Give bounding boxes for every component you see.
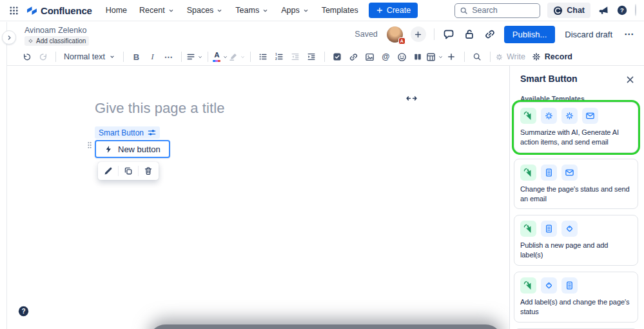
app-switcher-button[interactable] bbox=[6, 3, 21, 17]
delete-block-button[interactable] bbox=[140, 163, 157, 179]
block-drag-handle[interactable] bbox=[87, 141, 92, 149]
plus-icon bbox=[447, 52, 456, 61]
find-replace-button[interactable] bbox=[469, 49, 485, 65]
template-card-summarize-ai[interactable]: Summarize with AI, Generate AI action it… bbox=[514, 102, 638, 153]
alignment-button[interactable] bbox=[186, 49, 203, 65]
template-icons bbox=[520, 221, 632, 237]
breadcrumb-author[interactable]: Avinoam Zelenko bbox=[24, 26, 86, 35]
comment-icon bbox=[443, 28, 454, 40]
add-classification-button[interactable]: Add classification bbox=[24, 36, 89, 46]
smart-button-trigger-icon bbox=[520, 164, 536, 181]
ai-write-button[interactable]: Write bbox=[495, 52, 525, 61]
create-button[interactable]: Create bbox=[369, 3, 418, 18]
divider bbox=[208, 52, 208, 62]
table-button[interactable] bbox=[426, 49, 444, 65]
smart-button-lozenge[interactable]: Smart Button bbox=[95, 126, 160, 139]
smart-button-trigger-icon bbox=[520, 108, 536, 124]
nav-home[interactable]: Home bbox=[106, 6, 127, 15]
smart-button-lozenge-label: Smart Button bbox=[99, 128, 144, 137]
profile-button[interactable] bbox=[635, 5, 636, 16]
restrictions-button[interactable] bbox=[463, 28, 476, 41]
chevron-down-icon bbox=[168, 7, 175, 14]
collaborator-avatar[interactable]: A bbox=[387, 26, 403, 43]
divider bbox=[434, 28, 434, 40]
duplicate-block-button[interactable] bbox=[120, 163, 137, 179]
add-collaborator-button[interactable] bbox=[411, 26, 426, 42]
record-button[interactable]: Record bbox=[532, 52, 572, 61]
bold-button[interactable]: B bbox=[128, 49, 144, 65]
nav-spaces[interactable]: Spaces bbox=[187, 6, 224, 15]
copy-link-button[interactable] bbox=[483, 28, 496, 41]
mention-button[interactable]: @ bbox=[378, 49, 394, 65]
search-icon bbox=[460, 6, 468, 15]
announcements-button[interactable] bbox=[598, 5, 609, 16]
global-search[interactable] bbox=[454, 3, 540, 18]
redo-icon bbox=[39, 52, 48, 61]
highlight-button[interactable] bbox=[229, 49, 246, 65]
undo-button[interactable] bbox=[19, 49, 35, 65]
template-card-label: Add label(s) and change the page's statu… bbox=[520, 297, 632, 317]
sidebar-expand-button[interactable] bbox=[2, 30, 16, 45]
text-color-letter: A bbox=[214, 52, 219, 59]
template-card-status-email[interactable]: Change the page's status and send an ema… bbox=[514, 159, 638, 210]
panel-close-button[interactable] bbox=[624, 74, 636, 85]
redo-button[interactable] bbox=[35, 49, 51, 65]
template-card-label-status[interactable]: Add label(s) and change the page's statu… bbox=[514, 272, 638, 323]
nav-templates[interactable]: Templates bbox=[322, 6, 358, 15]
template-card-publish-label[interactable]: Publish a new page and add label(s) bbox=[514, 215, 638, 266]
layout-button[interactable] bbox=[410, 49, 426, 65]
chat-button[interactable]: Chat bbox=[547, 3, 590, 18]
bullet-list-button[interactable] bbox=[255, 49, 271, 65]
editor-canvas[interactable]: Give this page a title Smart Button New … bbox=[7, 66, 509, 329]
help-fab-button[interactable] bbox=[18, 306, 29, 317]
task-list-button[interactable] bbox=[329, 49, 346, 65]
sliders-icon bbox=[148, 128, 156, 137]
search-input[interactable] bbox=[472, 6, 535, 15]
label-icon bbox=[561, 221, 578, 237]
nav-spaces-label: Spaces bbox=[187, 6, 214, 15]
nav-teams[interactable]: Teams bbox=[235, 6, 269, 15]
saved-status: Saved bbox=[355, 30, 377, 39]
divider bbox=[181, 52, 182, 62]
italic-button[interactable]: I bbox=[144, 49, 161, 65]
nav-recent[interactable]: Recent bbox=[139, 6, 175, 15]
text-color-button[interactable]: A bbox=[213, 49, 229, 65]
drag-dots-icon bbox=[87, 141, 92, 149]
more-formatting-button[interactable]: ⋯ bbox=[161, 49, 177, 65]
new-smart-button[interactable]: New button bbox=[95, 140, 170, 158]
template-card-list: Summarize with AI, Generate AI action it… bbox=[514, 102, 638, 329]
publish-button[interactable]: Publish... bbox=[504, 26, 555, 43]
insert-link-button[interactable] bbox=[346, 49, 362, 65]
text-style-select[interactable]: Normal text bbox=[61, 49, 119, 65]
chevron-down-icon bbox=[302, 7, 309, 14]
insert-more-button[interactable] bbox=[444, 49, 460, 65]
help-button[interactable] bbox=[616, 5, 628, 16]
insert-image-button[interactable] bbox=[362, 49, 378, 65]
chevron-down-icon bbox=[438, 54, 444, 60]
page-status-icon bbox=[541, 221, 557, 237]
nav-apps-label: Apps bbox=[281, 6, 300, 15]
topbar-right-cluster: Chat bbox=[454, 3, 636, 18]
page-title-placeholder[interactable]: Give this page a title bbox=[95, 100, 225, 117]
search-icon bbox=[473, 52, 482, 61]
confluence-logo[interactable]: Confluence bbox=[26, 5, 92, 16]
nav-apps[interactable]: Apps bbox=[281, 6, 309, 15]
outdent-button[interactable] bbox=[288, 49, 304, 65]
numbered-list-button[interactable] bbox=[271, 49, 288, 65]
divider bbox=[138, 166, 139, 176]
indent-button[interactable] bbox=[304, 49, 320, 65]
inline-comment-button[interactable] bbox=[442, 28, 455, 41]
confluence-editor-window: Confluence Home Recent Spaces Teams Apps… bbox=[0, 0, 644, 329]
template-icons bbox=[520, 164, 632, 181]
new-smart-button-label: New button bbox=[118, 145, 161, 154]
close-icon bbox=[625, 75, 635, 85]
smart-button-trigger-icon bbox=[520, 277, 536, 294]
loom-flower-icon bbox=[532, 52, 541, 61]
ai-write-label: Write bbox=[507, 52, 525, 61]
edit-block-button[interactable] bbox=[100, 163, 117, 179]
emoji-button[interactable] bbox=[394, 49, 410, 65]
emoji-icon bbox=[397, 52, 407, 62]
editor-width-toggle[interactable] bbox=[405, 94, 418, 103]
more-actions-button[interactable]: ⋯ bbox=[622, 28, 636, 40]
discard-draft-button[interactable]: Discard draft bbox=[563, 30, 614, 39]
